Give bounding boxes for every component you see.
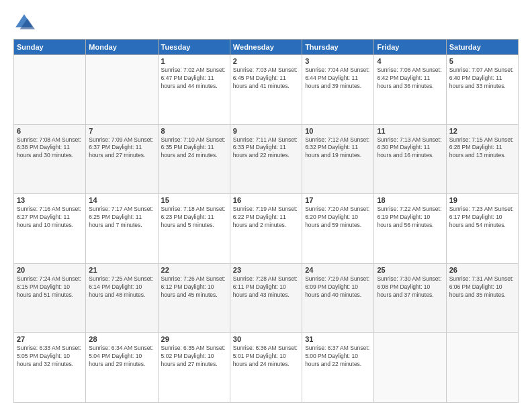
logo — [13, 12, 38, 34]
calendar-cell: 17Sunrise: 7:20 AM Sunset: 6:20 PM Dayli… — [302, 194, 374, 264]
day-info: Sunrise: 7:04 AM Sunset: 6:44 PM Dayligh… — [305, 66, 371, 91]
day-info: Sunrise: 7:23 AM Sunset: 6:17 PM Dayligh… — [449, 205, 515, 230]
calendar-cell: 27Sunrise: 6:33 AM Sunset: 5:05 PM Dayli… — [14, 333, 86, 403]
calendar-cell: 3Sunrise: 7:04 AM Sunset: 6:44 PM Daylig… — [302, 55, 374, 125]
day-number: 5 — [449, 57, 515, 65]
day-number: 28 — [89, 335, 154, 343]
day-number: 7 — [89, 127, 154, 135]
calendar-cell — [86, 55, 158, 125]
day-info: Sunrise: 6:34 AM Sunset: 5:04 PM Dayligh… — [89, 345, 154, 369]
calendar-cell — [14, 55, 86, 125]
day-info: Sunrise: 7:09 AM Sunset: 6:37 PM Dayligh… — [89, 136, 154, 161]
calendar-week-3: 13Sunrise: 7:16 AM Sunset: 6:27 PM Dayli… — [14, 194, 519, 264]
day-info: Sunrise: 7:18 AM Sunset: 6:23 PM Dayligh… — [161, 205, 227, 230]
day-info: Sunrise: 7:12 AM Sunset: 6:32 PM Dayligh… — [305, 136, 371, 161]
day-info: Sunrise: 7:24 AM Sunset: 6:15 PM Dayligh… — [17, 275, 83, 300]
day-number: 19 — [449, 196, 515, 204]
day-number: 10 — [305, 127, 371, 135]
calendar-cell: 21Sunrise: 7:25 AM Sunset: 6:14 PM Dayli… — [86, 263, 158, 333]
day-number: 25 — [377, 266, 443, 274]
header — [13, 12, 519, 34]
day-number: 4 — [377, 57, 443, 65]
day-number: 29 — [161, 335, 227, 343]
calendar-cell: 13Sunrise: 7:16 AM Sunset: 6:27 PM Dayli… — [14, 194, 86, 264]
day-number: 21 — [89, 266, 154, 274]
calendar-cell: 14Sunrise: 7:17 AM Sunset: 6:25 PM Dayli… — [86, 194, 158, 264]
day-number: 31 — [305, 335, 371, 343]
calendar-header-monday: Monday — [86, 40, 158, 55]
day-number: 2 — [233, 57, 299, 65]
day-number: 11 — [377, 127, 443, 135]
day-info: Sunrise: 7:15 AM Sunset: 6:28 PM Dayligh… — [449, 136, 515, 161]
calendar: SundayMondayTuesdayWednesdayThursdayFrid… — [13, 39, 519, 403]
calendar-week-2: 6Sunrise: 7:08 AM Sunset: 6:38 PM Daylig… — [14, 124, 519, 194]
day-number: 24 — [305, 266, 371, 274]
calendar-cell: 19Sunrise: 7:23 AM Sunset: 6:17 PM Dayli… — [446, 194, 518, 264]
day-info: Sunrise: 7:10 AM Sunset: 6:35 PM Dayligh… — [161, 136, 227, 161]
calendar-cell: 20Sunrise: 7:24 AM Sunset: 6:15 PM Dayli… — [14, 263, 86, 333]
day-number: 6 — [17, 127, 83, 135]
day-number: 20 — [17, 266, 83, 274]
calendar-header-tuesday: Tuesday — [158, 40, 230, 55]
day-info: Sunrise: 7:28 AM Sunset: 6:11 PM Dayligh… — [233, 275, 299, 300]
calendar-cell: 5Sunrise: 7:07 AM Sunset: 6:40 PM Daylig… — [446, 55, 518, 125]
calendar-cell: 12Sunrise: 7:15 AM Sunset: 6:28 PM Dayli… — [446, 124, 518, 194]
day-number: 30 — [233, 335, 299, 343]
calendar-cell: 6Sunrise: 7:08 AM Sunset: 6:38 PM Daylig… — [14, 124, 86, 194]
day-info: Sunrise: 6:36 AM Sunset: 5:01 PM Dayligh… — [233, 345, 299, 369]
logo-icon — [13, 12, 35, 34]
day-number: 22 — [161, 266, 227, 274]
calendar-cell: 30Sunrise: 6:36 AM Sunset: 5:01 PM Dayli… — [230, 333, 302, 403]
page: SundayMondayTuesdayWednesdayThursdayFrid… — [0, 0, 532, 411]
calendar-cell — [374, 333, 446, 403]
day-info: Sunrise: 6:33 AM Sunset: 5:05 PM Dayligh… — [17, 345, 83, 369]
day-info: Sunrise: 7:13 AM Sunset: 6:30 PM Dayligh… — [377, 136, 443, 161]
day-number: 14 — [89, 196, 154, 204]
day-number: 23 — [233, 266, 299, 274]
calendar-cell: 28Sunrise: 6:34 AM Sunset: 5:04 PM Dayli… — [86, 333, 158, 403]
day-info: Sunrise: 7:03 AM Sunset: 6:45 PM Dayligh… — [233, 66, 299, 91]
calendar-cell: 7Sunrise: 7:09 AM Sunset: 6:37 PM Daylig… — [86, 124, 158, 194]
calendar-cell: 25Sunrise: 7:30 AM Sunset: 6:08 PM Dayli… — [374, 263, 446, 333]
calendar-header-thursday: Thursday — [302, 40, 374, 55]
calendar-header-friday: Friday — [374, 40, 446, 55]
calendar-cell: 29Sunrise: 6:35 AM Sunset: 5:02 PM Dayli… — [158, 333, 230, 403]
calendar-cell: 22Sunrise: 7:26 AM Sunset: 6:12 PM Dayli… — [158, 263, 230, 333]
calendar-cell: 15Sunrise: 7:18 AM Sunset: 6:23 PM Dayli… — [158, 194, 230, 264]
day-number: 17 — [305, 196, 371, 204]
day-info: Sunrise: 7:02 AM Sunset: 6:47 PM Dayligh… — [161, 66, 227, 91]
day-number: 13 — [17, 196, 83, 204]
calendar-cell: 16Sunrise: 7:19 AM Sunset: 6:22 PM Dayli… — [230, 194, 302, 264]
day-info: Sunrise: 7:31 AM Sunset: 6:06 PM Dayligh… — [449, 275, 515, 300]
day-info: Sunrise: 7:11 AM Sunset: 6:33 PM Dayligh… — [233, 136, 299, 161]
day-number: 26 — [449, 266, 515, 274]
calendar-header-saturday: Saturday — [446, 40, 518, 55]
calendar-week-1: 1Sunrise: 7:02 AM Sunset: 6:47 PM Daylig… — [14, 55, 519, 125]
day-info: Sunrise: 7:26 AM Sunset: 6:12 PM Dayligh… — [161, 275, 227, 300]
day-info: Sunrise: 7:29 AM Sunset: 6:09 PM Dayligh… — [305, 275, 371, 300]
day-number: 12 — [449, 127, 515, 135]
calendar-cell: 26Sunrise: 7:31 AM Sunset: 6:06 PM Dayli… — [446, 263, 518, 333]
day-info: Sunrise: 7:19 AM Sunset: 6:22 PM Dayligh… — [233, 205, 299, 230]
calendar-cell: 31Sunrise: 6:37 AM Sunset: 5:00 PM Dayli… — [302, 333, 374, 403]
day-info: Sunrise: 7:25 AM Sunset: 6:14 PM Dayligh… — [89, 275, 154, 300]
day-info: Sunrise: 7:20 AM Sunset: 6:20 PM Dayligh… — [305, 205, 371, 230]
calendar-header-sunday: Sunday — [14, 40, 86, 55]
calendar-cell — [446, 333, 518, 403]
calendar-cell: 23Sunrise: 7:28 AM Sunset: 6:11 PM Dayli… — [230, 263, 302, 333]
day-number: 9 — [233, 127, 299, 135]
day-info: Sunrise: 6:37 AM Sunset: 5:00 PM Dayligh… — [305, 345, 371, 369]
day-number: 15 — [161, 196, 227, 204]
calendar-cell: 18Sunrise: 7:22 AM Sunset: 6:19 PM Dayli… — [374, 194, 446, 264]
calendar-cell: 24Sunrise: 7:29 AM Sunset: 6:09 PM Dayli… — [302, 263, 374, 333]
calendar-week-4: 20Sunrise: 7:24 AM Sunset: 6:15 PM Dayli… — [14, 263, 519, 333]
calendar-cell: 9Sunrise: 7:11 AM Sunset: 6:33 PM Daylig… — [230, 124, 302, 194]
day-number: 1 — [161, 57, 227, 65]
calendar-header-row: SundayMondayTuesdayWednesdayThursdayFrid… — [14, 40, 519, 55]
day-number: 8 — [161, 127, 227, 135]
calendar-cell: 1Sunrise: 7:02 AM Sunset: 6:47 PM Daylig… — [158, 55, 230, 125]
calendar-header-wednesday: Wednesday — [230, 40, 302, 55]
day-info: Sunrise: 7:17 AM Sunset: 6:25 PM Dayligh… — [89, 205, 154, 230]
calendar-cell: 10Sunrise: 7:12 AM Sunset: 6:32 PM Dayli… — [302, 124, 374, 194]
day-number: 18 — [377, 196, 443, 204]
